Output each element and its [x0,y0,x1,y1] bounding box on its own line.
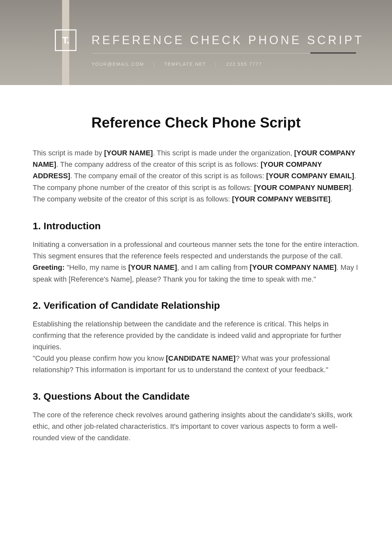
document-body: Reference Check Phone Script This script… [0,85,392,443]
text: . [330,195,332,203]
text: . The company email of the creator of th… [70,172,266,180]
contact-website: TEMPLATE.NET [164,61,206,67]
header-title: REFERENCE CHECK PHONE SCRIPT [91,29,392,47]
header-contact: YOUR@EMAIL.COM | TEMPLATE.NET | 222 555 … [91,61,262,67]
placeholder-company-email: [YOUR COMPANY EMAIL] [266,172,354,180]
text: . This script is made under the organiza… [153,149,294,157]
header: T. REFERENCE CHECK PHONE SCRIPT YOUR@EMA… [0,0,392,85]
placeholder-your-name: [YOUR NAME] [104,149,153,157]
intro-paragraph: This script is made by [YOUR NAME]. This… [33,147,359,205]
placeholder-company-name: [YOUR COMPANY NAME] [250,263,336,271]
text: Establishing the relationship between th… [33,320,341,351]
section-body-3: The core of the reference check revolves… [33,409,359,444]
placeholder-your-name: [YOUR NAME] [128,263,177,271]
contact-phone: 222 555 7777 [226,61,262,67]
contact-email: YOUR@EMAIL.COM [91,61,144,67]
separator: | [153,61,155,67]
text: . The company address of the creator of … [56,160,261,168]
section-body-2: Establishing the relationship between th… [33,318,359,376]
placeholder-company-number: [YOUR COMPANY NUMBER] [254,183,351,192]
section-title-1: 1. Introduction [33,220,359,232]
section-title-3: 3. Questions About the Candidate [33,391,359,402]
placeholder-company-website: [YOUR COMPANY WEBSITE] [232,195,330,203]
greeting-label: Greeting: [33,263,65,271]
text: "Hello, my name is [65,263,128,271]
text: This script is made by [33,149,104,157]
document-title: Reference Check Phone Script [33,114,359,131]
logo: T. [55,29,76,51]
section-body-1: Initiating a conversation in a professio… [33,239,359,285]
placeholder-candidate-name: [CANDIDATE NAME] [166,354,236,362]
text: , and I am calling from [177,263,250,271]
section-title-2: 2. Verification of Candidate Relationshi… [33,300,359,311]
separator: | [215,61,217,67]
header-divider-accent [310,52,356,54]
text: Initiating a conversation in a professio… [33,240,359,260]
text: The core of the reference check revolves… [33,411,352,442]
text: "Could you please confirm how you know [33,354,166,362]
